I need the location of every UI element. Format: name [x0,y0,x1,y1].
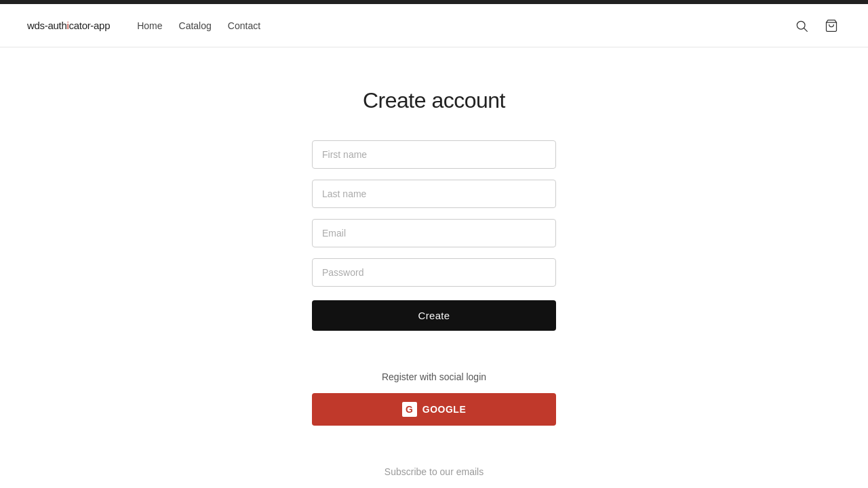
google-icon: G [402,402,417,417]
search-button[interactable] [792,16,811,35]
email-input[interactable] [312,219,556,247]
nav-contact[interactable]: Contact [228,20,260,31]
logo-highlight: i [66,20,68,31]
nav-home[interactable]: Home [137,20,162,31]
create-button[interactable]: Create [312,300,556,331]
search-icon [795,19,808,33]
header-left: wds-authicator-app Home Catalog Contact [27,20,260,31]
google-login-button[interactable]: G GOOGLE [312,393,556,426]
password-input[interactable] [312,258,556,287]
svg-point-0 [797,21,805,29]
svg-line-1 [804,28,808,31]
logo[interactable]: wds-authicator-app [27,20,110,31]
cart-button[interactable] [822,16,841,35]
footer-section: Subscribe to our emails [384,466,484,488]
create-account-form: Create [312,140,556,331]
first-name-input[interactable] [312,140,556,169]
nav-catalog[interactable]: Catalog [179,20,212,31]
main-nav: Home Catalog Contact [137,20,260,31]
subscribe-text: Subscribe to our emails [384,466,484,477]
cart-icon [825,19,838,33]
social-login-section: Register with social login G GOOGLE [312,371,556,426]
header: wds-authicator-app Home Catalog Contact [0,4,868,47]
page-title: Create account [363,88,505,113]
last-name-input[interactable] [312,180,556,208]
google-button-label: GOOGLE [422,404,466,415]
social-login-label: Register with social login [382,371,486,382]
main-content: Create account Create Register with soci… [0,47,868,488]
header-right [792,16,841,35]
